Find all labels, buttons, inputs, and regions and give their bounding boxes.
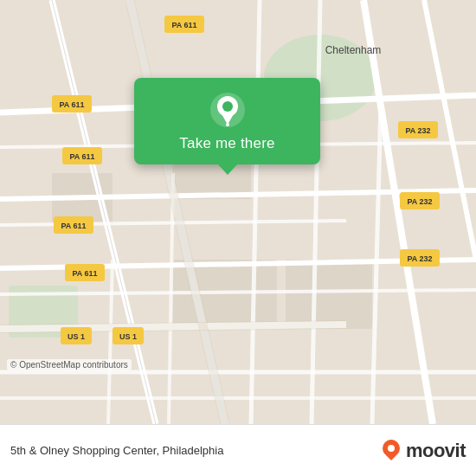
svg-text:PA 611: PA 611: [61, 222, 86, 230]
svg-text:PA 232: PA 232: [407, 254, 432, 263]
svg-text:US 1: US 1: [119, 332, 137, 341]
svg-point-56: [388, 445, 395, 452]
svg-text:PA 611: PA 611: [69, 152, 94, 161]
svg-marker-57: [386, 455, 396, 460]
location-pin-icon: [209, 92, 246, 128]
take-me-there-button[interactable]: Take me there: [179, 135, 274, 152]
map-container: PA 611 PA 611 PA 611 PA 611 PA 611 PA 23…: [0, 0, 476, 424]
svg-text:PA 232: PA 232: [405, 126, 430, 135]
svg-text:US 1: US 1: [68, 332, 85, 341]
svg-text:PA 611: PA 611: [59, 100, 84, 109]
svg-text:Cheltenham: Cheltenham: [325, 44, 382, 56]
location-title: 5th & Olney Shopping Center, Philadelphi…: [10, 444, 223, 457]
moovit-pin-icon: [380, 440, 402, 462]
svg-line-28: [0, 325, 346, 329]
svg-rect-4: [286, 260, 372, 329]
svg-text:PA 611: PA 611: [72, 269, 97, 278]
moovit-logo: moovit: [380, 440, 466, 462]
bottom-bar: 5th & Olney Shopping Center, Philadelphi…: [0, 424, 476, 476]
svg-text:PA 232: PA 232: [407, 197, 432, 206]
svg-point-52: [222, 101, 233, 112]
moovit-logo-text: moovit: [406, 440, 466, 462]
osm-credit: © OpenStreetMap contributors: [7, 359, 132, 370]
popup-card: Take me there: [134, 78, 320, 164]
svg-text:PA 611: PA 611: [171, 21, 196, 29]
svg-point-54: [226, 123, 229, 126]
